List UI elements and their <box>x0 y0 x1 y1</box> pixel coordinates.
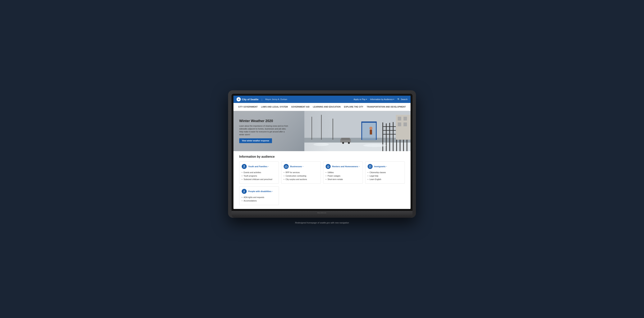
apply-pay-button[interactable]: Apply or Pay ▾ <box>354 98 367 100</box>
svg-rect-37 <box>328 167 328 167</box>
empty-cell-2 <box>323 186 363 205</box>
nav-item-learning[interactable]: LEARNING AND EDUCATION <box>312 105 342 109</box>
nav-item-transportation[interactable]: TRANSPORTATION AND DEVELOPMENT <box>365 105 407 109</box>
city-logo[interactable]: ⚜ City of Seattle <box>236 97 258 101</box>
list-item: RFP for services <box>284 171 318 174</box>
audience-section-title: Information by audience <box>239 155 405 159</box>
svg-point-42 <box>244 190 244 191</box>
wheelchair-icon <box>243 190 246 193</box>
hero-banner: Winter Weather 2020 Learn about the impo… <box>234 111 410 151</box>
laptop-frame: ⚜ City of Seattle | Mayor Jenny A. Durka… <box>228 90 416 218</box>
home-icon <box>327 165 330 168</box>
chevron-right-icon: › <box>268 165 269 167</box>
info-by-audience-button[interactable]: Information by Audience ▾ <box>370 98 394 100</box>
svg-rect-24 <box>398 117 401 121</box>
card-header: Businesses › <box>284 164 318 169</box>
businesses-list: RFP for services Construction contractin… <box>284 171 318 181</box>
search-button[interactable]: 🔍 Search <box>397 98 408 101</box>
screen-bezel: ⚜ City of Seattle | Mayor Jenny A. Durka… <box>232 94 412 211</box>
chevron-down-icon: ▾ <box>393 98 394 100</box>
card-header: Immigrants › <box>368 164 402 169</box>
disabilities-list: ADA rights and requests Accomodations <box>242 196 276 203</box>
hero-content: Winter Weather 2020 Learn about the impo… <box>234 115 295 147</box>
list-item: Short-term rentals <box>326 178 360 181</box>
card-header: People with disabilities › <box>242 189 276 194</box>
hero-cta-button[interactable]: View winter weather response <box>239 138 272 143</box>
card-title-renters: Renters and Homeowners › <box>332 165 360 167</box>
list-item: ADA rights and requests <box>242 196 276 199</box>
renters-icon <box>326 164 330 169</box>
svg-rect-14 <box>389 123 390 151</box>
chevron-right-icon: › <box>303 165 303 167</box>
svg-rect-29 <box>341 138 350 140</box>
list-item: City surplus and auctions <box>284 178 318 181</box>
chevron-right-icon: › <box>272 190 273 192</box>
svg-rect-11 <box>370 130 372 135</box>
card-disabilities[interactable]: People with disabilities › ADA rights an… <box>239 186 279 205</box>
card-title-disabilities: People with disabilities › <box>248 190 273 192</box>
top-navigation: ⚜ City of Seattle | Mayor Jenny A. Durka… <box>234 96 410 103</box>
macbook-text: MacBook <box>318 212 326 214</box>
youth-families-list: Events and activities Youth programs Sub… <box>242 171 276 181</box>
card-youth-families[interactable]: Youth and Families › Events and activiti… <box>239 161 279 184</box>
card-title-businesses: Businesses › <box>290 165 303 167</box>
mayor-name: Mayor Jenny A. Durkan <box>265 98 287 100</box>
svg-rect-8 <box>376 123 376 140</box>
card-renters-homeowners[interactable]: Renters and Homeowners › Utilities Power… <box>323 161 363 184</box>
card-immigrants[interactable]: Immigrants › Citizenship classes Legal h… <box>365 161 405 184</box>
browser-screen: ⚜ City of Seattle | Mayor Jenny A. Durka… <box>234 96 410 209</box>
svg-point-33 <box>363 144 386 147</box>
svg-rect-27 <box>404 123 407 126</box>
audience-grid-row2: People with disabilities › ADA rights an… <box>239 186 405 205</box>
search-icon: 🔍 <box>397 98 400 101</box>
svg-rect-9 <box>362 123 376 140</box>
main-content: Information by audience <box>234 151 410 209</box>
list-item: Accomodations <box>242 199 276 203</box>
svg-point-10 <box>369 127 372 130</box>
card-businesses[interactable]: Businesses › RFP for services Constructi… <box>281 161 321 184</box>
businesses-icon <box>284 164 289 169</box>
svg-point-43 <box>244 192 244 193</box>
briefcase-icon <box>285 165 288 168</box>
svg-point-34 <box>244 165 245 166</box>
list-item: Youth programs <box>242 174 276 178</box>
brand-area: ⚜ City of Seattle | Mayor Jenny A. Durka… <box>236 97 287 101</box>
list-item: Legal help <box>368 174 402 178</box>
laptop-base <box>232 215 412 218</box>
card-title-youth: Youth and Families › <box>248 165 269 167</box>
list-item: Events and activities <box>242 171 276 174</box>
svg-rect-7 <box>361 123 362 140</box>
nav-item-government-aid[interactable]: GOVERNMENT AID <box>290 105 311 109</box>
page-caption: Redesigned homepage of seattle.gov with … <box>295 222 349 224</box>
nav-divider: | <box>262 98 262 101</box>
chevron-right-icon: › <box>386 165 387 167</box>
empty-cell-3 <box>365 186 405 205</box>
list-item: Citizenship classes <box>368 171 402 174</box>
list-item: Learn English <box>368 178 402 181</box>
city-logo-icon: ⚜ <box>236 97 241 101</box>
disabilities-icon <box>242 189 247 194</box>
main-navigation: CITY GOVERNMENT LAWS AND LEGAL SYSTEM GO… <box>234 103 410 111</box>
svg-rect-6 <box>361 122 376 123</box>
empty-cell-1 <box>281 186 321 205</box>
svg-rect-26 <box>398 123 401 126</box>
nav-item-explore[interactable]: EXPLORE THE CITY <box>342 105 365 109</box>
nav-item-laws[interactable]: LAWS AND LEGAL SYSTEM <box>260 105 290 109</box>
card-header: Youth and Families › <box>242 164 276 169</box>
hero-description: Learn about the importance of clearing s… <box>239 125 289 136</box>
renters-list: Utilities Power outages Short-term renta… <box>326 171 360 181</box>
nav-item-city-government[interactable]: CITY GOVERNMENT <box>237 105 259 109</box>
youth-icon <box>242 164 247 169</box>
svg-rect-5 <box>332 119 333 140</box>
chevron-down-icon: ▾ <box>366 98 367 100</box>
audience-grid-row1: Youth and Families › Events and activiti… <box>239 161 405 184</box>
svg-point-30 <box>342 142 344 144</box>
card-header: Renters and Homeowners › <box>326 164 360 169</box>
city-name: City of Seattle <box>242 98 258 101</box>
hero-title: Winter Weather 2020 <box>239 119 289 123</box>
svg-rect-25 <box>404 117 407 121</box>
chevron-right-icon: › <box>359 165 360 167</box>
youth-families-icon <box>243 165 246 168</box>
list-item: Subsized childcare and preschool <box>242 178 276 181</box>
list-item: Construction contracting <box>284 174 318 178</box>
